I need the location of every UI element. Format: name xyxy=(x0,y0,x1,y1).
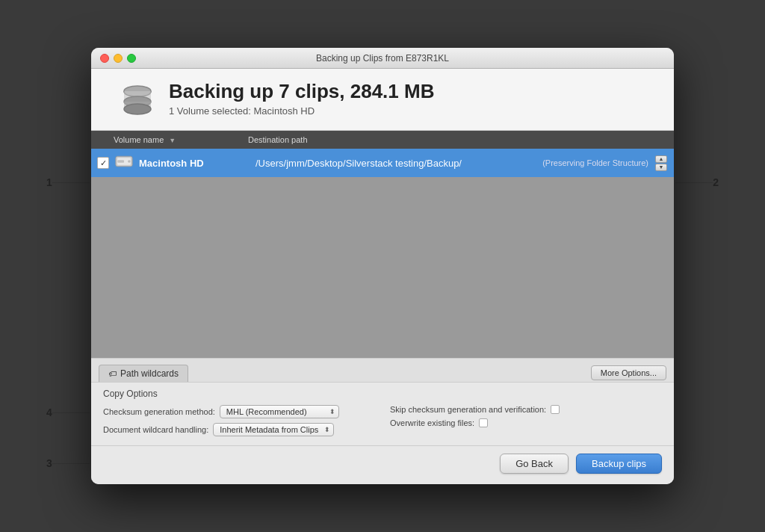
svg-rect-6 xyxy=(117,160,124,162)
checksum-label: Checksum generation method: xyxy=(103,407,215,416)
skip-label: Skip checksum generation and verificatio… xyxy=(390,405,546,414)
row-checkbox[interactable]: ✓ xyxy=(97,157,109,169)
subtitle: 1 Volume selected: Macintosh HD xyxy=(169,105,434,117)
preserving-structure: (Preserving Folder Structure) xyxy=(542,158,648,167)
close-button[interactable] xyxy=(100,54,109,63)
destination-header: Destination path xyxy=(248,135,668,144)
options-grid: Checksum generation method: MHL (Recomme… xyxy=(103,405,662,436)
header-text: Backing up 7 clips, 284.1 MB 1 Volume se… xyxy=(169,81,434,117)
tag-icon: 🏷 xyxy=(108,369,117,378)
destination-path: /Users/jmm/Desktop/Silverstack testing/B… xyxy=(255,158,530,169)
table-row[interactable]: ✓ Macintosh HD /Users/jmm/Desktop/Silver… xyxy=(91,149,674,177)
hd-icon xyxy=(115,154,133,172)
header-section: Backing up 7 clips, 284.1 MB 1 Volume se… xyxy=(91,69,674,131)
svg-point-2 xyxy=(124,104,151,114)
checksum-arrow-icon: ⬍ xyxy=(329,408,335,415)
window-title: Backing up Clips from E873R1KL xyxy=(316,53,449,64)
copy-options-title: Copy Options xyxy=(103,389,662,399)
annotation-4: 4 xyxy=(46,406,52,418)
overwrite-checkbox[interactable] xyxy=(479,418,488,427)
skip-checksum-row: Skip checksum generation and verificatio… xyxy=(390,405,662,414)
annotation-3: 3 xyxy=(46,457,52,469)
main-window: Backing up Clips from E873R1KL Backing u… xyxy=(91,48,674,484)
svg-point-5 xyxy=(128,160,130,162)
volume-name: Macintosh HD xyxy=(139,158,250,169)
column-headers: Volume name ▼ Destination path xyxy=(91,131,674,149)
main-title: Backing up 7 clips, 284.1 MB xyxy=(169,81,434,102)
traffic-lights xyxy=(100,54,136,63)
path-wildcards-tab[interactable]: 🏷 Path wildcards xyxy=(99,365,188,382)
maximize-button[interactable] xyxy=(127,54,136,63)
document-select[interactable]: Inherit Metadata from Clips ⬍ xyxy=(213,423,334,436)
options-right: Skip checksum generation and verificatio… xyxy=(390,405,662,436)
volume-name-header[interactable]: Volume name ▼ xyxy=(114,135,248,144)
footer: Go Back Backup clips xyxy=(91,445,674,484)
skip-checkbox[interactable] xyxy=(551,405,560,414)
database-icon xyxy=(118,81,157,120)
stepper-up[interactable]: ▲ xyxy=(655,155,667,163)
minimize-button[interactable] xyxy=(114,54,123,63)
table-area: ✓ Macintosh HD /Users/jmm/Desktop/Silver… xyxy=(91,149,674,358)
stepper-down[interactable]: ▼ xyxy=(655,164,667,171)
annotation-2: 2 xyxy=(713,176,719,188)
checksum-select[interactable]: MHL (Recommended) ⬍ xyxy=(220,405,339,418)
go-back-button[interactable]: Go Back xyxy=(500,454,569,474)
titlebar: Backing up Clips from E873R1KL xyxy=(91,48,674,69)
document-label: Document wildcard handling: xyxy=(103,425,208,434)
backup-clips-button[interactable]: Backup clips xyxy=(576,454,662,474)
options-left: Checksum generation method: MHL (Recomme… xyxy=(103,405,375,436)
tabs-area: 🏷 Path wildcards More Options... xyxy=(91,358,674,382)
document-row: Document wildcard handling: Inherit Meta… xyxy=(103,423,375,436)
copy-options-section: Copy Options Checksum generation method:… xyxy=(91,382,674,445)
checksum-row: Checksum generation method: MHL (Recomme… xyxy=(103,405,375,418)
annotation-1: 1 xyxy=(46,176,52,188)
more-options-button[interactable]: More Options... xyxy=(591,365,666,380)
document-arrow-icon: ⬍ xyxy=(324,426,330,433)
overwrite-row: Overwrite existing files: xyxy=(390,418,662,427)
sort-arrow-icon: ▼ xyxy=(169,137,176,144)
row-stepper[interactable]: ▲ ▼ xyxy=(654,155,668,171)
overwrite-label: Overwrite existing files: xyxy=(390,418,474,427)
